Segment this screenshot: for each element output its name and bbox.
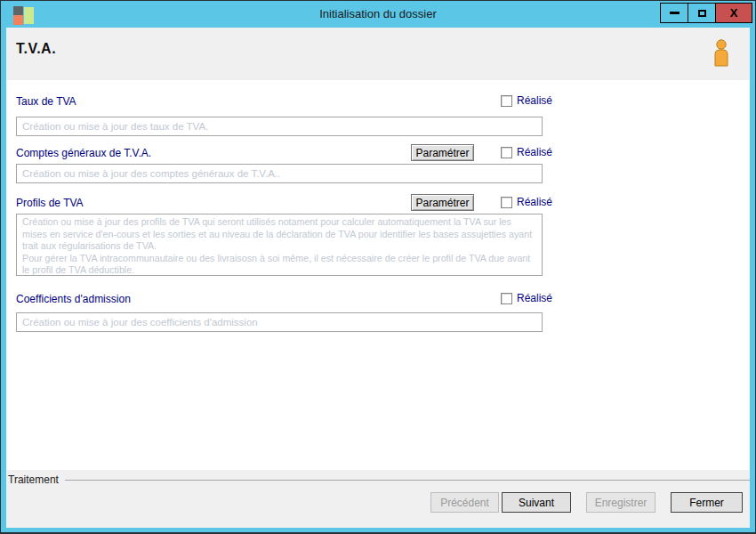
wizard-button-precedent: Précédent [430,492,499,513]
realise-checkbox[interactable] [501,293,512,304]
sections-container: Taux de TVA Réalisé Création ou mise à j… [6,93,750,332]
window-title: Initialisation du dossier [1,1,755,28]
maximize-icon [698,10,706,17]
wizard-button-fermer[interactable]: Fermer [671,492,743,513]
wizard-section: Coefficients d'admission Réalisé Créatio… [6,290,750,332]
section-label: Comptes généraux de T.V.A. [16,147,151,159]
dialog-content: T.V.A. Taux de TVA Réalisé Créatio [6,28,750,528]
realise-checkbox-group: Réalisé [501,196,552,208]
wizard-section: Comptes généraux de T.V.A. Paramétrer Ré… [6,144,750,183]
title-bar[interactable]: Initialisation du dossier X [1,1,755,28]
footer: Traitement Précédent Suivant Enregistrer… [6,470,750,528]
wizard-button-suivant[interactable]: Suivant [502,492,571,513]
wizard-section: Profils de TVA Paramétrer Réalisé Créati… [6,194,750,276]
section-description-field: Création ou mise à jour des taux de TVA. [16,117,543,136]
traitement-group-label: Traitement [8,473,59,486]
user-icon [712,38,731,67]
section-label: Profils de TVA [16,197,84,209]
realise-checkbox-label: Réalisé [517,94,552,107]
section-label: Taux de TVA [16,95,76,108]
realise-checkbox-group: Réalisé [501,292,552,304]
wizard-section: Taux de TVA Réalisé Création ou mise à j… [6,93,750,136]
minimize-button[interactable] [660,3,688,23]
minimize-icon [670,12,680,14]
realise-checkbox-group: Réalisé [501,94,552,107]
parametrer-button[interactable]: Paramétrer [411,194,474,211]
parametrer-button[interactable]: Paramétrer [411,144,474,161]
realise-checkbox[interactable] [501,147,512,158]
app-icon [12,4,36,26]
page-header: T.V.A. [6,28,750,80]
realise-checkbox-label: Réalisé [517,146,552,158]
wizard-button-enregistrer: Enregistrer [586,492,655,513]
window-controls: X [661,3,752,23]
realise-checkbox[interactable] [501,95,512,107]
wizard-buttons-row: Précédent Suivant Enregistrer Fermer [6,492,743,513]
maximize-button[interactable] [688,3,716,23]
close-button[interactable]: X [715,3,752,23]
group-divider [65,480,750,481]
realise-checkbox[interactable] [501,197,512,208]
section-description-field: Création ou mise à jour des coefficients… [16,312,543,332]
realise-checkbox-group: Réalisé [501,146,552,158]
section-description-field: Création ou mise à jour des comptes géné… [16,164,543,183]
section-description-field: Création ou mise à jour des profils de T… [16,214,543,276]
page-title: T.V.A. [16,41,56,57]
realise-checkbox-label: Réalisé [517,292,552,304]
dialog-window: Initialisation du dossier X T.V.A. [1,1,755,532]
section-label: Coefficients d'admission [16,293,131,305]
realise-checkbox-label: Réalisé [517,196,552,208]
